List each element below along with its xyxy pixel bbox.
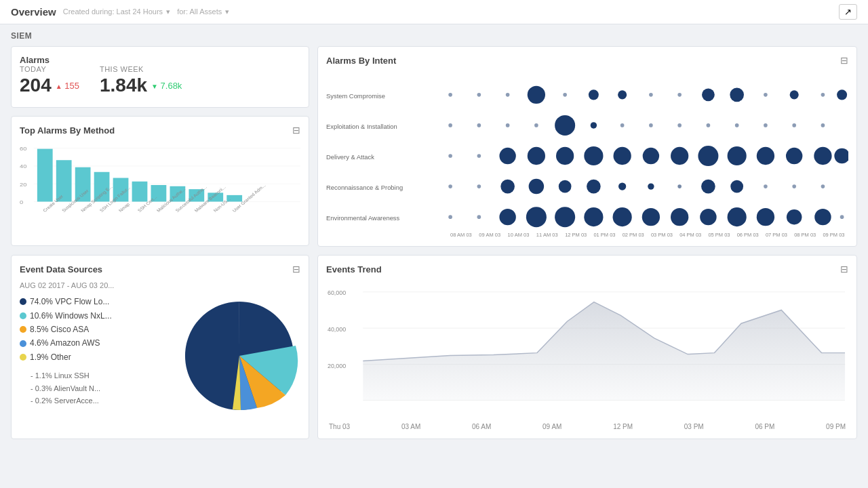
svg-point-55	[618, 90, 627, 99]
svg-point-76	[792, 123, 796, 127]
svg-text:05 PM 03: 05 PM 03	[708, 232, 730, 238]
filter-assets[interactable]: for: All Assets ▾	[177, 7, 229, 16]
alarms-by-intent-card: Alarms By Intent ⊟ System Compromise Exp…	[317, 46, 857, 247]
event-sources-header: Event Data Sources ⊟	[20, 264, 300, 274]
top-alarms-card: Top Alarms By Method ⊟ 60 40 20 0	[11, 116, 309, 246]
legend-item-cisco: 8.5% Cisco ASA	[20, 323, 167, 336]
svg-point-60	[764, 93, 768, 97]
svg-point-99	[618, 182, 626, 190]
svg-point-94	[477, 184, 481, 188]
today-value: 204 155	[20, 75, 79, 96]
top-row: Alarms TODAY 204 155 THIS WEEK	[11, 46, 857, 247]
svg-text:Environmental Awareness: Environmental Awareness	[326, 214, 400, 222]
legend-list: 74.0% VPC Flow Lo... 10.6% Windows NxL..…	[20, 295, 167, 364]
events-trend-filter-icon[interactable]: ⊟	[840, 264, 848, 274]
events-trend-card: Events Trend ⊟ 60,000 40,000 20,000	[317, 255, 857, 439]
svg-point-84	[613, 147, 631, 165]
svg-point-86	[671, 147, 688, 165]
filter-created[interactable]: Created during: Last 24 Hours ▾	[63, 7, 170, 16]
svg-point-67	[534, 123, 538, 127]
svg-point-59	[730, 88, 744, 102]
legend-sub-alienvault: - 0.3% AlienVault N...	[20, 382, 167, 395]
legend-item-other: 1.9% Other	[20, 350, 167, 364]
svg-point-74	[735, 123, 739, 127]
svg-point-57	[677, 93, 682, 97]
legend-dot-amazon	[20, 340, 26, 347]
svg-point-112	[584, 207, 603, 226]
events-trend-header: Events Trend ⊟	[326, 264, 848, 274]
svg-point-66	[506, 123, 510, 127]
events-trend-xaxis: Thu 03 03 AM 06 AM 09 AM 12 PM 03 PM 06 …	[326, 423, 848, 430]
left-col: Alarms TODAY 204 155 THIS WEEK	[11, 46, 309, 247]
legend-sub-linux: - 1.1% Linux SSH	[20, 369, 167, 382]
svg-point-93	[448, 184, 452, 188]
intent-svg: System Compromise Exploitation & Install…	[326, 73, 848, 238]
svg-text:09 PM 03: 09 PM 03	[823, 232, 844, 238]
pie-legend: 74.0% VPC Flow Lo... 10.6% Windows NxL..…	[20, 295, 167, 407]
svg-point-88	[728, 146, 747, 165]
legend-dot-cisco	[20, 326, 26, 333]
svg-point-114	[642, 208, 660, 226]
svg-point-51	[506, 93, 510, 97]
svg-text:09 AM 03: 09 AM 03	[479, 232, 500, 238]
event-sources-date-range: AUG 02 2017 - AUG 03 20...	[20, 281, 300, 289]
svg-point-65	[477, 123, 481, 127]
legend-dot-vpc	[20, 298, 26, 305]
svg-point-80	[499, 148, 515, 164]
bar-chart-svg: 60 40 20 0	[20, 142, 300, 237]
svg-point-89	[757, 147, 774, 165]
svg-point-106	[821, 184, 825, 188]
svg-rect-13	[132, 182, 148, 202]
svg-point-107	[448, 215, 452, 219]
svg-point-73	[707, 123, 711, 127]
top-bar: Overview Created during: Last 24 Hours ▾…	[0, 0, 868, 24]
svg-rect-8	[37, 149, 53, 202]
up-arrow-icon	[56, 81, 62, 91]
svg-point-108	[477, 215, 481, 219]
intent-title: Alarms By Intent	[326, 56, 396, 66]
svg-point-121	[840, 215, 844, 219]
svg-point-102	[701, 180, 715, 194]
top-alarms-filter-icon[interactable]: ⊟	[292, 125, 300, 136]
share-button[interactable]: ↗	[839, 4, 857, 20]
svg-point-120	[814, 209, 831, 225]
svg-text:08 AM 03: 08 AM 03	[450, 232, 472, 238]
svg-text:04 PM 03: 04 PM 03	[679, 232, 701, 238]
today-delta: 155	[56, 81, 79, 91]
intent-header: Alarms By Intent ⊟	[326, 55, 848, 66]
svg-text:06 PM 03: 06 PM 03	[737, 232, 759, 238]
svg-point-97	[559, 180, 572, 193]
svg-point-90	[786, 148, 802, 164]
svg-point-49	[448, 93, 452, 97]
svg-point-116	[700, 209, 716, 225]
legend-item-windows: 10.6% Windows NxL...	[20, 309, 167, 323]
svg-point-98	[587, 180, 601, 194]
svg-point-85	[643, 148, 659, 164]
svg-point-103	[730, 180, 743, 193]
svg-text:02 PM 03: 02 PM 03	[623, 232, 644, 238]
svg-point-64	[448, 123, 452, 127]
pie-chart-container	[178, 295, 300, 419]
week-label: THIS WEEK	[100, 65, 182, 73]
pie-legend-row: 74.0% VPC Flow Lo... 10.6% Windows NxL..…	[20, 295, 300, 419]
pie-chart-svg	[178, 295, 300, 417]
legend-dot-windows	[20, 312, 26, 319]
svg-text:03 PM 03: 03 PM 03	[651, 232, 673, 238]
week-value: 1.84k 7.68k	[100, 75, 182, 96]
event-sources-filter-icon[interactable]: ⊟	[292, 264, 300, 274]
svg-point-110	[526, 207, 547, 227]
svg-text:11 AM 03: 11 AM 03	[536, 232, 558, 238]
svg-point-63	[837, 89, 847, 100]
svg-point-81	[528, 147, 545, 165]
svg-point-50	[477, 93, 481, 97]
intent-filter-icon[interactable]: ⊟	[840, 55, 848, 66]
legend-dot-other	[20, 354, 26, 361]
page-title: Overview	[11, 6, 56, 18]
svg-text:60,000: 60,000	[328, 289, 346, 296]
svg-point-111	[555, 207, 575, 227]
svg-point-52	[528, 86, 545, 104]
event-sources-title: Event Data Sources	[20, 264, 102, 274]
svg-text:12 PM 03: 12 PM 03	[565, 232, 587, 238]
events-trend-chart: 60,000 40,000 20,000	[326, 281, 848, 430]
top-alarms-header: Top Alarms By Method ⊟	[20, 125, 300, 136]
